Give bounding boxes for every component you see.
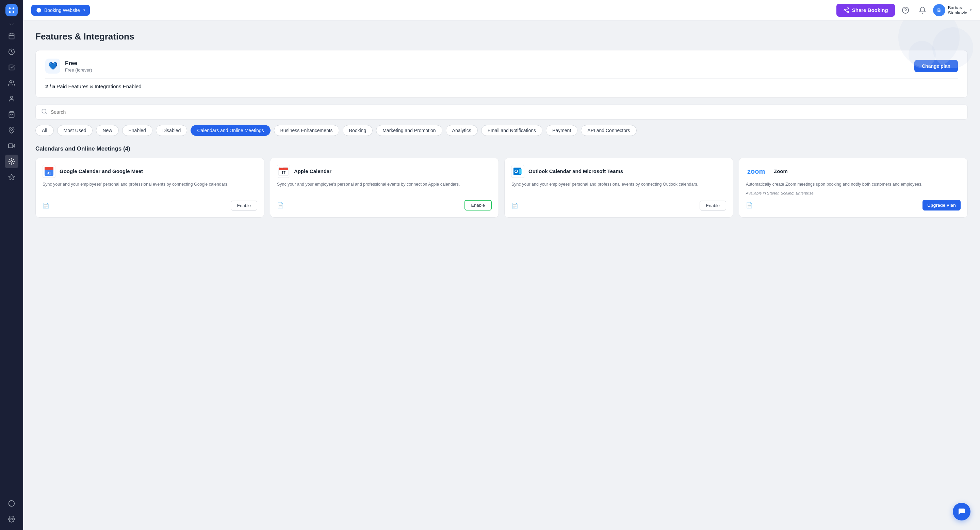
card-title: Apple Calendar	[294, 168, 331, 175]
booking-website-chevron-icon: ▾	[83, 8, 85, 12]
sidebar-item-settings[interactable]	[5, 512, 18, 526]
filter-pill-enabled[interactable]: Enabled	[122, 125, 153, 136]
change-plan-button[interactable]: Change plan	[914, 60, 958, 72]
svg-point-3	[13, 11, 14, 13]
filter-pill-api[interactable]: API and Connectors	[581, 125, 636, 136]
card-title: Zoom	[774, 168, 788, 175]
svg-marker-15	[9, 174, 14, 180]
svg-point-12	[11, 129, 13, 131]
svg-text:17: 17	[282, 171, 285, 175]
filter-pill-marketing[interactable]: Marketing and Promotion	[376, 125, 442, 136]
notifications-button[interactable]	[916, 4, 929, 17]
nav-arrows: ‹ ›	[10, 21, 14, 26]
card-description: Sync your and your employees' personal a…	[511, 181, 726, 196]
card-header: zoom Zoom	[746, 165, 961, 178]
card-description: Sync your and your employee's personal a…	[277, 181, 492, 195]
sidebar-item-star[interactable]	[5, 170, 18, 184]
svg-point-10	[11, 96, 13, 99]
card-zoom: zoom Zoom Automatically create Zoom meet…	[739, 158, 968, 218]
svg-text:31: 31	[47, 171, 51, 175]
app-logo[interactable]	[5, 4, 18, 16]
card-icon-apple-calendar: JUL 17	[277, 165, 290, 178]
main-content: Features & Integrations 💙 Free Free (for…	[23, 21, 980, 530]
card-icon-outlook-calendar	[511, 165, 524, 178]
card-description: Sync your and your employees' personal a…	[43, 181, 257, 196]
nav-back-icon[interactable]: ‹	[10, 21, 11, 26]
plan-name: Free	[65, 60, 92, 67]
filter-pill-all[interactable]: All	[35, 125, 54, 136]
filter-pill-analytics[interactable]: Analytics	[446, 125, 478, 136]
sidebar-item-team[interactable]	[5, 76, 18, 90]
sidebar-item-features[interactable]	[5, 155, 18, 168]
sidebar-item-bag[interactable]	[5, 108, 18, 121]
upgrade-plan-button[interactable]: Upgrade Plan	[923, 200, 961, 211]
svg-line-24	[845, 8, 847, 10]
search-icon	[41, 108, 47, 116]
user-name: BarbaraStankovic	[948, 5, 967, 15]
sidebar-item-dashboard[interactable]	[5, 45, 18, 59]
help-button[interactable]	[899, 4, 912, 17]
user-menu[interactable]: B BarbaraStankovic ▾	[933, 4, 972, 16]
enable-button[interactable]: Enable	[231, 201, 257, 211]
card-apple-calendar: JUL 17 Apple Calendar Sync your and your…	[270, 158, 499, 218]
filter-pill-disabled[interactable]: Disabled	[156, 125, 187, 136]
card-note: Available in Starter, Scaling, Enterpris…	[746, 191, 961, 195]
booking-website-label: Booking Website	[44, 8, 80, 13]
filter-pill-new[interactable]: New	[96, 125, 118, 136]
nav-forward-icon[interactable]: ›	[12, 21, 14, 26]
user-menu-chevron-icon: ▾	[970, 8, 972, 12]
plan-card: 💙 Free Free (forever) Change plan 2 / 5 …	[35, 50, 968, 98]
main-wrapper: Booking Website ▾ Share Booking B Barbar…	[23, 0, 980, 530]
card-icon-zoom: zoom	[746, 165, 770, 178]
svg-point-43	[515, 170, 517, 172]
filter-pill-calendars[interactable]: Calendars and Online Meetings	[191, 125, 270, 136]
svg-point-0	[9, 8, 11, 10]
doc-icon: 📄	[511, 202, 518, 209]
plan-icon: 💙	[45, 59, 60, 73]
booking-website-button[interactable]: Booking Website ▾	[31, 5, 90, 16]
svg-point-22	[847, 11, 849, 13]
sidebar-item-tasks[interactable]	[5, 61, 18, 74]
sidebar-item-palette[interactable]	[5, 496, 18, 510]
filter-pill-most-used[interactable]: Most Used	[57, 125, 93, 136]
enable-button[interactable]: Enable	[465, 200, 492, 211]
sidebar-item-camera[interactable]	[5, 139, 18, 153]
svg-point-14	[11, 161, 13, 163]
card-description: Automatically create Zoom meetings upon …	[746, 181, 961, 188]
card-title: Google Calendar and Google Meet	[60, 168, 143, 175]
svg-rect-37	[279, 169, 288, 170]
filter-pill-business[interactable]: Business Enhancements	[274, 125, 339, 136]
plan-info: 💙 Free Free (forever)	[45, 59, 92, 73]
sidebar: ‹ ›	[0, 0, 23, 530]
doc-icon: 📄	[746, 202, 753, 208]
cards-grid: 31 Google Calendar and Google Meet Sync …	[35, 158, 968, 218]
svg-point-27	[42, 109, 46, 113]
share-booking-button[interactable]: Share Booking	[837, 4, 895, 17]
svg-text:JUL: JUL	[280, 166, 285, 169]
sidebar-item-people[interactable]	[5, 92, 18, 105]
svg-rect-32	[45, 169, 53, 170]
filter-pill-booking[interactable]: Booking	[343, 125, 373, 136]
svg-line-28	[45, 112, 46, 113]
avatar: B	[933, 4, 945, 16]
card-footer: 📄 Enable	[277, 200, 492, 211]
filter-pill-email[interactable]: Email and Notifications	[481, 125, 542, 136]
svg-point-21	[844, 9, 846, 11]
card-footer: 📄 Enable	[511, 201, 726, 211]
plan-subtitle: Free (forever)	[65, 67, 92, 73]
sidebar-item-calendar[interactable]	[5, 29, 18, 43]
card-footer: 📄 Enable	[43, 201, 257, 211]
card-header: Outlook Calendar and Microsoft Teams	[511, 165, 726, 178]
card-header: JUL 17 Apple Calendar	[277, 165, 492, 178]
search-bar	[35, 105, 968, 120]
svg-point-20	[847, 8, 849, 9]
sidebar-item-location[interactable]	[5, 123, 18, 137]
enable-button[interactable]: Enable	[700, 201, 726, 211]
doc-icon: 📄	[43, 202, 49, 209]
svg-rect-13	[8, 144, 13, 148]
chat-button[interactable]	[953, 503, 970, 520]
card-google-calendar: 31 Google Calendar and Google Meet Sync …	[35, 158, 264, 218]
filter-pill-payment[interactable]: Payment	[546, 125, 578, 136]
card-icon-google-calendar: 31	[43, 165, 56, 178]
search-input[interactable]	[51, 109, 962, 115]
